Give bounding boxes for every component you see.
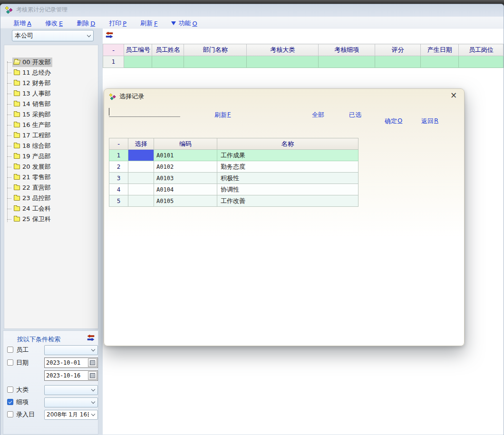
date-to-input[interactable] xyxy=(45,372,86,379)
dialog-ok-button[interactable]: 确定O xyxy=(385,117,402,126)
table-row[interactable]: 3 A0103 积极性 xyxy=(109,173,359,184)
code-cell[interactable]: A0102 xyxy=(154,161,217,173)
cell[interactable] xyxy=(124,56,152,68)
table-row[interactable]: 2 A0102 勤务态度 xyxy=(109,161,359,173)
folder-icon xyxy=(14,70,20,75)
calendar-button[interactable] xyxy=(88,371,97,380)
select-cell[interactable] xyxy=(128,173,154,184)
calendar-button[interactable] xyxy=(88,358,97,367)
employee-select[interactable] xyxy=(44,345,98,355)
search-panel-title: 按以下条件检索 xyxy=(17,335,60,344)
edit-button[interactable]: 修改E xyxy=(45,19,63,28)
close-button[interactable]: × xyxy=(448,90,459,101)
folder-icon xyxy=(14,91,20,96)
tree-item-19[interactable]: 19 产品部 xyxy=(4,151,98,162)
tree-item-17[interactable]: 17 工程部 xyxy=(4,130,98,141)
tree-item-11[interactable]: 11 总经办 xyxy=(4,68,98,78)
entry-date-checkbox[interactable] xyxy=(7,411,13,417)
tree-item-12[interactable]: 12 财务部 xyxy=(4,78,98,88)
tree-item-24[interactable]: 24 工会科 xyxy=(4,203,98,214)
column-header[interactable]: 员工岗位 xyxy=(459,44,504,56)
date-from-input[interactable] xyxy=(45,359,86,366)
column-header[interactable]: 考核细项 xyxy=(319,44,375,56)
column-header[interactable]: 选择 xyxy=(128,138,154,150)
select-cell[interactable] xyxy=(128,195,154,207)
code-cell[interactable]: A0105 xyxy=(154,195,217,207)
entry-date-select[interactable]: 2008年 1月 16日, xyxy=(44,410,98,420)
code-cell[interactable]: A0104 xyxy=(154,184,217,195)
dialog-chosen-button[interactable]: 已选 xyxy=(349,111,361,119)
company-select[interactable]: 本公司 xyxy=(12,30,94,41)
code-cell[interactable]: A0103 xyxy=(154,173,217,184)
category-select[interactable] xyxy=(44,385,98,395)
chevron-down-icon[interactable] xyxy=(89,346,97,355)
tree-item-20[interactable]: 20 发展部 xyxy=(4,162,98,172)
name-cell[interactable]: 积极性 xyxy=(217,173,359,184)
date-checkbox[interactable] xyxy=(7,359,13,366)
column-header[interactable]: 评分 xyxy=(375,44,420,56)
folder-icon xyxy=(14,133,20,138)
detail-checkbox[interactable] xyxy=(7,399,13,405)
detail-select[interactable] xyxy=(44,397,98,407)
name-cell[interactable]: 工作改善 xyxy=(217,195,359,207)
cell[interactable] xyxy=(459,56,504,68)
code-cell[interactable]: A0101 xyxy=(154,150,217,161)
cell[interactable] xyxy=(152,56,184,68)
tree-item-13[interactable]: 13 人事部 xyxy=(4,88,98,99)
tree-item-23[interactable]: 23 品控部 xyxy=(4,193,98,203)
column-header[interactable]: 产生日期 xyxy=(421,44,459,56)
cell[interactable] xyxy=(319,56,375,68)
chevron-down-icon[interactable] xyxy=(89,398,97,407)
search-panel: 按以下条件检索 员工 日期 大类 细项 录入日 2008年 1月 16日, xyxy=(3,330,98,435)
employee-checkbox[interactable] xyxy=(7,347,13,353)
delete-button[interactable]: 删除D xyxy=(77,19,95,28)
dialog-refresh-button[interactable]: 刷新F xyxy=(214,111,231,119)
refresh-button[interactable]: 刷新F xyxy=(140,19,157,28)
swap-columns-button[interactable] xyxy=(106,32,113,38)
dialog-back-button[interactable]: 返回R xyxy=(421,117,438,126)
column-header[interactable]: 员工编号 xyxy=(124,44,152,56)
search-swap-button[interactable] xyxy=(87,335,95,341)
tree-item-22[interactable]: 22 直营部 xyxy=(4,183,98,193)
tree-item-15[interactable]: 15 采购部 xyxy=(4,109,98,120)
employee-label: 员工 xyxy=(16,346,29,354)
category-checkbox[interactable] xyxy=(7,387,13,393)
chevron-down-icon[interactable] xyxy=(85,30,93,41)
cell[interactable] xyxy=(184,56,247,68)
dialog-all-button[interactable]: 全部 xyxy=(312,111,324,119)
name-cell[interactable]: 协调性 xyxy=(217,184,359,195)
column-header[interactable]: 部门名称 xyxy=(184,44,247,56)
column-header[interactable]: - xyxy=(109,138,128,150)
tree-item-16[interactable]: 16 生产部 xyxy=(4,120,98,130)
tree-item-00[interactable]: 00 开发部 xyxy=(4,57,98,68)
folder-icon xyxy=(14,123,20,127)
column-header[interactable]: 考核大类 xyxy=(247,44,319,56)
tree-item-14[interactable]: 14 销售部 xyxy=(4,99,98,109)
table-row[interactable]: 4 A0104 协调性 xyxy=(109,184,359,195)
name-cell[interactable]: 勤务态度 xyxy=(217,161,359,173)
select-cell[interactable] xyxy=(128,150,154,161)
functions-menu-button[interactable]: 功能O xyxy=(171,19,197,28)
cell[interactable] xyxy=(247,56,319,68)
column-header[interactable]: 编码 xyxy=(154,138,217,150)
tree-item-25[interactable]: 25 保卫科 xyxy=(4,214,98,224)
row-number: 3 xyxy=(109,173,128,184)
cell[interactable] xyxy=(375,56,420,68)
column-header[interactable]: 员工姓名 xyxy=(152,44,184,56)
column-header[interactable]: - xyxy=(103,44,124,56)
add-button[interactable]: 新增A xyxy=(13,19,31,28)
table-row[interactable]: 1 xyxy=(103,56,504,68)
column-header[interactable]: 名称 xyxy=(217,138,359,150)
chevron-down-icon[interactable] xyxy=(89,386,97,395)
select-cell[interactable] xyxy=(128,161,154,173)
print-button[interactable]: 打印P xyxy=(109,19,126,28)
cell[interactable] xyxy=(421,56,459,68)
chevron-down-icon[interactable] xyxy=(89,410,97,419)
table-row[interactable]: 1 A0101 工作成果 xyxy=(109,150,359,161)
tree-item-18[interactable]: 18 综合部 xyxy=(4,141,98,151)
dialog-search-input[interactable] xyxy=(109,106,180,117)
select-cell[interactable] xyxy=(128,184,154,195)
table-row[interactable]: 5 A0105 工作改善 xyxy=(109,195,359,207)
name-cell[interactable]: 工作成果 xyxy=(217,150,359,161)
tree-item-21[interactable]: 21 零售部 xyxy=(4,172,98,183)
